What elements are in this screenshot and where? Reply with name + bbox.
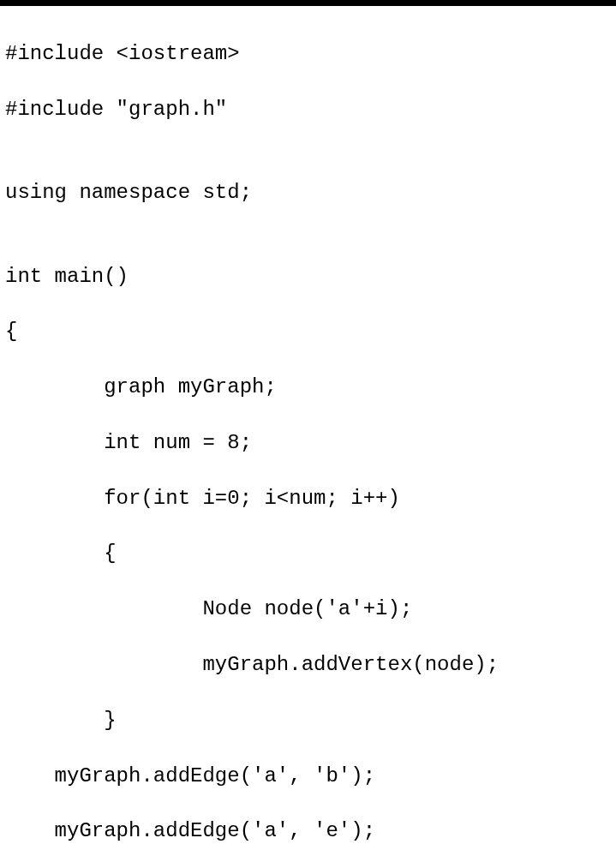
code-line: myGraph.addEdge('a', 'b'); xyxy=(5,763,611,790)
code-line: Node node('a'+i); xyxy=(5,596,611,623)
code-line: graph myGraph; xyxy=(5,374,611,401)
code-line: int num = 8; xyxy=(5,429,611,457)
top-border xyxy=(0,0,616,6)
code-block: #include <iostream> #include "graph.h" u… xyxy=(0,6,616,862)
code-line: { xyxy=(5,540,611,567)
code-line: using namespace std; xyxy=(5,179,611,207)
code-line: #include "graph.h" xyxy=(5,96,611,123)
code-line: } xyxy=(5,707,611,734)
code-line: #include <iostream> xyxy=(5,40,611,68)
code-line: for(int i=0; i<num; i++) xyxy=(5,485,611,512)
code-line: { xyxy=(5,318,611,345)
code-line: int main() xyxy=(5,263,611,290)
code-line: myGraph.addVertex(node); xyxy=(5,651,611,679)
code-line: myGraph.addEdge('a', 'e'); xyxy=(5,817,611,845)
